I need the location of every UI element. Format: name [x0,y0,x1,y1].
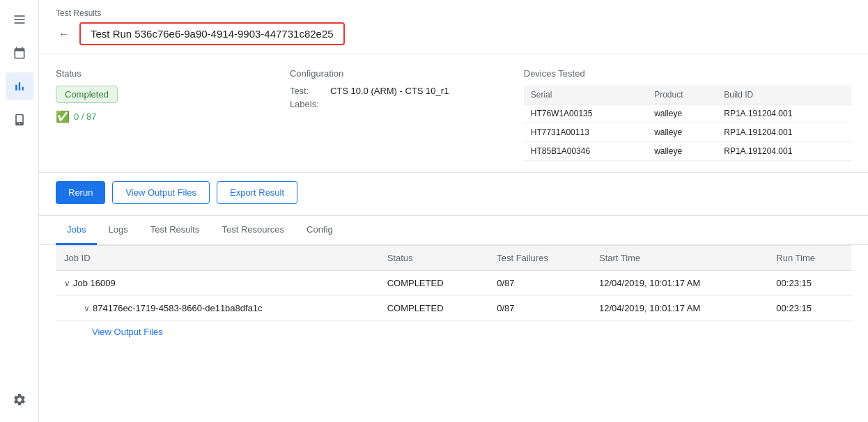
job-row: ∨874176ec-1719-4583-8660-de11ba8dfa1cCOM… [56,296,851,321]
jobs-col-job-id: Job ID [56,246,379,271]
tab-logs[interactable]: Logs [97,216,139,245]
job-id: Job 16009 [73,278,116,288]
actions-bar: Rerun View Output Files Export Result [39,173,868,216]
status-badge: Completed [56,86,118,103]
job-id: 874176ec-1719-4583-8660-de11ba8dfa1c [93,303,263,313]
status-block: Status Completed ✅ 0 / 87 [56,68,290,161]
config-test-key: Test: [290,86,325,96]
rerun-button[interactable]: Rerun [56,181,105,204]
pass-count-value: 0 / 87 [74,111,97,122]
config-label: Configuration [290,68,524,79]
col-serial: Serial [524,86,647,104]
info-section: Status Completed ✅ 0 / 87 Configuration … [39,54,868,173]
test-run-id: Test Run 536c76e6-9a90-4914-9903-447731c… [79,22,345,45]
config-test-row: Test: CTS 10.0 (ARM) - CTS 10_r1 [290,86,524,96]
sidebar-icon-phone[interactable] [6,106,33,134]
status-label: Status [56,68,290,79]
sidebar-icon-settings[interactable] [6,386,33,414]
col-buildid: Build ID [717,86,851,104]
expand-button[interactable]: ∨ [84,304,90,313]
devices-block: Devices Tested Serial Product Build ID H… [524,68,851,161]
devices-table: Serial Product Build ID HT76W1A00135wall… [524,86,851,161]
back-button[interactable]: ← [56,26,72,42]
svg-rect-2 [14,22,24,24]
job-row: ∨Job 16009COMPLETED0/8712/04/2019, 10:01… [56,271,851,296]
device-row: HT85B1A00346walleyeRP1A.191204.001 [524,142,851,161]
device-row: HT76W1A00135walleyeRP1A.191204.001 [524,104,851,123]
config-block: Configuration Test: CTS 10.0 (ARM) - CTS… [290,68,524,161]
check-icon: ✅ [56,110,70,123]
expand-button[interactable]: ∨ [64,279,70,288]
svg-rect-1 [14,19,24,20]
view-output-files-link[interactable]: View Output Files [56,321,163,343]
test-run-row: ← Test Run 536c76e6-9a90-4914-9903-44773… [56,22,851,45]
jobs-col-run-time: Run Time [768,246,851,271]
jobs-col-test-failures: Test Failures [488,246,591,271]
sidebar-icon-chart[interactable] [6,72,33,100]
jobs-col-start-time: Start Time [591,246,768,271]
header: Test Results ← Test Run 536c76e6-9a90-49… [39,0,868,54]
view-output-button[interactable]: View Output Files [112,181,210,204]
tab-jobs[interactable]: Jobs [56,216,97,245]
sidebar-icon-calendar[interactable] [6,39,33,67]
device-row: HT7731A00113walleyeRP1A.191204.001 [524,123,851,142]
tabs: JobsLogsTest ResultsTest ResourcesConfig [39,216,868,245]
jobs-table: Job IDStatusTest FailuresStart TimeRun T… [56,245,851,321]
main-content: Test Results ← Test Run 536c76e6-9a90-49… [39,0,868,422]
tab-test-results[interactable]: Test Results [139,216,211,245]
pass-count: ✅ 0 / 87 [56,110,290,123]
tab-config[interactable]: Config [295,216,344,245]
config-labels-row: Labels: [290,99,524,109]
jobs-col-status: Status [379,246,489,271]
tab-test-resources[interactable]: Test Resources [210,216,295,245]
svg-rect-0 [14,15,24,17]
col-product: Product [647,86,717,104]
export-button[interactable]: Export Result [217,181,297,204]
config-test-value: CTS 10.0 (ARM) - CTS 10_r1 [330,86,449,96]
breadcrumb: Test Results [56,8,851,18]
sidebar [0,0,39,422]
devices-label: Devices Tested [524,68,851,79]
sidebar-icon-list[interactable] [6,6,33,33]
jobs-table-wrap: Job IDStatusTest FailuresStart TimeRun T… [39,245,868,343]
config-labels-key: Labels: [290,99,325,109]
